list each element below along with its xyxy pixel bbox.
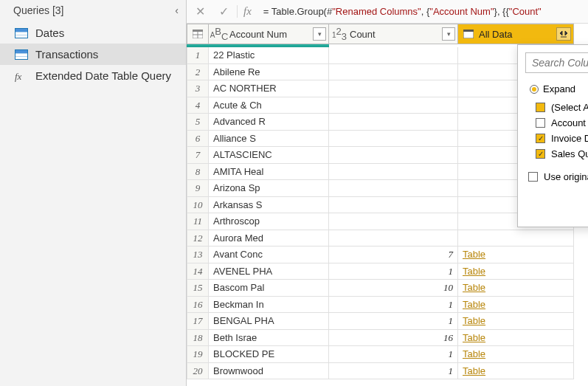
- row-number: 1: [187, 47, 209, 64]
- cell-all-data[interactable]: Table: [458, 330, 574, 347]
- row-number: 9: [187, 180, 209, 197]
- table-row[interactable]: 18Beth Israe16Table: [187, 330, 588, 347]
- filter-dropdown-icon[interactable]: ▾: [442, 27, 455, 41]
- cell-count[interactable]: [329, 47, 458, 64]
- cell-all-data[interactable]: Table: [458, 280, 574, 297]
- table-row[interactable]: 15Bascom Pal10Table: [187, 280, 588, 297]
- cell-count[interactable]: 1: [329, 313, 458, 330]
- collapse-icon[interactable]: ‹: [175, 4, 179, 16]
- cell-account-num[interactable]: Avant Conc: [209, 247, 329, 263]
- cell-account-num[interactable]: AMITA Heal: [209, 164, 329, 181]
- query-label: Transactions: [35, 48, 98, 61]
- checkbox-icon: [536, 118, 545, 128]
- table-row[interactable]: 13Avant Conc7Table: [187, 247, 588, 263]
- query-label: Dates: [35, 27, 64, 39]
- cell-account-num[interactable]: Bascom Pal: [209, 280, 329, 297]
- search-input[interactable]: [525, 52, 588, 73]
- checkbox-icon: [528, 172, 538, 182]
- formula-input[interactable]: = Table.Group(#"Renamed Columns", {"Acco…: [257, 3, 584, 20]
- cancel-formula-icon[interactable]: ✕: [191, 3, 209, 21]
- column-checkbox-account-num[interactable]: Account Num: [536, 117, 588, 128]
- checkbox-label: Use original column name as prefix: [544, 171, 588, 182]
- cell-all-data[interactable]: Table: [458, 363, 574, 380]
- column-checkbox-sales-quantity[interactable]: Sales Quantity: [536, 148, 588, 159]
- column-header-all-data[interactable]: All Data: [458, 24, 574, 44]
- fx-icon[interactable]: fx: [237, 5, 252, 18]
- cell-count[interactable]: [329, 180, 458, 197]
- cell-count[interactable]: 1: [329, 263, 458, 280]
- cell-all-data[interactable]: [458, 230, 574, 247]
- row-number: 10: [187, 197, 209, 214]
- cell-all-data[interactable]: Table: [458, 346, 574, 363]
- cell-account-num[interactable]: AVENEL PHA: [209, 263, 329, 280]
- cell-account-num[interactable]: BLOCKED PE: [209, 346, 329, 363]
- cell-count[interactable]: [329, 213, 458, 230]
- cell-count[interactable]: 1: [329, 363, 458, 380]
- cell-account-num[interactable]: AC NORTHER: [209, 80, 329, 97]
- cell-count[interactable]: [329, 80, 458, 97]
- cell-count[interactable]: [329, 230, 458, 247]
- cell-count[interactable]: [329, 147, 458, 164]
- cell-all-data[interactable]: Table: [458, 313, 574, 330]
- query-item-extended-date-table-query[interactable]: fxExtended Date Table Query: [0, 65, 186, 86]
- cell-account-num[interactable]: Abilene Re: [209, 64, 329, 81]
- cell-account-num[interactable]: Beth Israe: [209, 330, 329, 347]
- cell-account-num[interactable]: Brownwood: [209, 363, 329, 380]
- row-number: 5: [187, 114, 209, 131]
- cell-account-num[interactable]: Beckman In: [209, 297, 329, 314]
- cell-count[interactable]: 10: [329, 280, 458, 297]
- cell-account-num[interactable]: Arizona Sp: [209, 180, 329, 197]
- cell-account-num[interactable]: Aurora Med: [209, 230, 329, 247]
- text-type-icon: ABC: [212, 27, 226, 41]
- column-label: Account Num: [229, 29, 313, 40]
- column-checkbox-invoice-date[interactable]: Invoice Date: [536, 133, 588, 144]
- table-row[interactable]: 20Brownwood1Table: [187, 363, 588, 380]
- row-number: 18: [187, 330, 209, 347]
- cell-count[interactable]: [329, 97, 458, 114]
- cell-account-num[interactable]: Alliance S: [209, 131, 329, 148]
- table-row[interactable]: 19BLOCKED PE1Table: [187, 346, 588, 363]
- prefix-checkbox[interactable]: Use original column name as prefix: [528, 171, 588, 182]
- table-row[interactable]: 17BENGAL PHA1Table: [187, 313, 588, 330]
- cell-all-data[interactable]: Table: [458, 297, 574, 314]
- query-item-transactions[interactable]: Transactions: [0, 44, 186, 65]
- cell-account-num[interactable]: BENGAL PHA: [209, 313, 329, 330]
- table-icon: [15, 28, 28, 38]
- cell-account-num[interactable]: Advanced R: [209, 114, 329, 131]
- cell-account-num[interactable]: Acute & Ch: [209, 97, 329, 114]
- formula-bar: ✕ ✓ fx = Table.Group(#"Renamed Columns",…: [187, 0, 588, 24]
- table-row[interactable]: 14AVENEL PHA1Table: [187, 263, 588, 280]
- query-item-dates[interactable]: Dates: [0, 22, 186, 44]
- select-all-columns[interactable]: (Select All Columns): [536, 102, 588, 113]
- cell-account-num[interactable]: ALTASCIENC: [209, 147, 329, 164]
- cell-count[interactable]: [329, 131, 458, 148]
- cell-count[interactable]: 1: [329, 346, 458, 363]
- column-label: All Data: [479, 29, 556, 40]
- cell-count[interactable]: 16: [329, 330, 458, 347]
- cell-account-num[interactable]: 22 Plastic: [209, 47, 329, 64]
- row-number: 7: [187, 147, 209, 164]
- accept-formula-icon[interactable]: ✓: [215, 3, 232, 21]
- table-row[interactable]: 12Aurora Med: [187, 230, 588, 247]
- cell-count[interactable]: 1: [329, 297, 458, 314]
- radio-expand[interactable]: Expand: [530, 83, 575, 94]
- cell-account-num[interactable]: Arthroscop: [209, 213, 329, 230]
- column-header-account-num[interactable]: ABC Account Num ▾: [209, 24, 329, 44]
- cell-all-data[interactable]: Table: [458, 247, 574, 263]
- row-number-header[interactable]: [187, 24, 209, 44]
- row-number: 3: [187, 80, 209, 97]
- filter-dropdown-icon[interactable]: ▾: [313, 27, 326, 41]
- table-row[interactable]: 16Beckman In1Table: [187, 297, 588, 314]
- cell-count[interactable]: 7: [329, 247, 458, 263]
- cell-count[interactable]: [329, 64, 458, 81]
- column-header-count[interactable]: 123 Count ▾: [329, 24, 458, 44]
- row-number: 16: [187, 297, 209, 314]
- checkbox-label: Account Num: [551, 117, 588, 128]
- cell-count[interactable]: [329, 164, 458, 181]
- cell-count[interactable]: [329, 197, 458, 214]
- cell-account-num[interactable]: Arkansas S: [209, 197, 329, 214]
- cell-count[interactable]: [329, 114, 458, 131]
- cell-all-data[interactable]: Table: [458, 263, 574, 280]
- expand-column-icon[interactable]: [556, 27, 571, 41]
- radio-label: Expand: [543, 83, 575, 94]
